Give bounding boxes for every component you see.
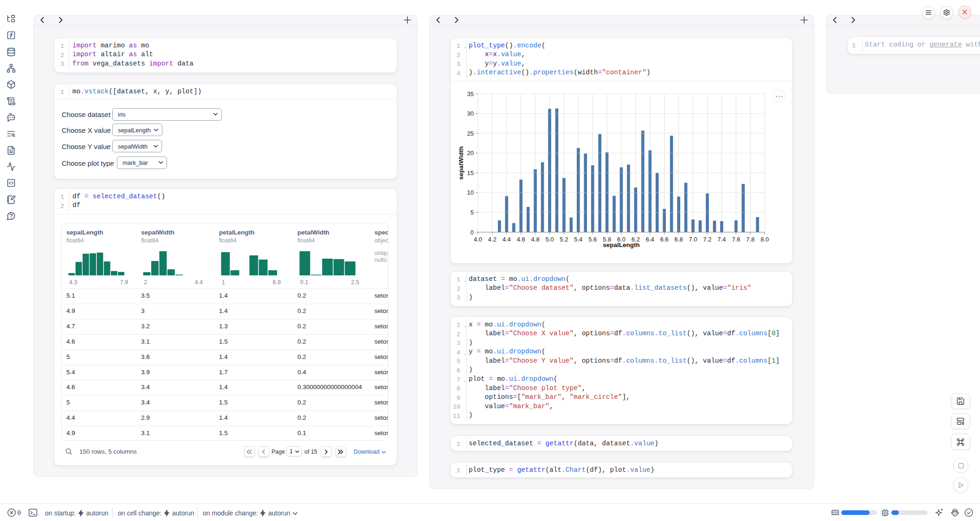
- svg-text:20: 20: [467, 150, 474, 156]
- svg-text:35: 35: [467, 91, 474, 98]
- svg-text:7.6: 7.6: [732, 236, 740, 243]
- svg-text:5.4: 5.4: [574, 236, 582, 243]
- svg-text:7.2: 7.2: [703, 236, 711, 243]
- svg-text:7.8: 7.8: [746, 236, 754, 243]
- svg-text:0: 0: [471, 229, 474, 236]
- svg-text:30: 30: [467, 110, 474, 117]
- svg-text:6.6: 6.6: [660, 236, 669, 243]
- svg-text:25: 25: [467, 130, 474, 137]
- svg-text:7.0: 7.0: [689, 236, 697, 243]
- svg-text:6.8: 6.8: [675, 236, 683, 243]
- svg-text:15: 15: [467, 169, 474, 176]
- svg-text:4.0: 4.0: [474, 236, 482, 243]
- svg-text:10: 10: [467, 189, 474, 196]
- svg-text:5.2: 5.2: [560, 236, 568, 243]
- svg-text:4.8: 4.8: [531, 236, 540, 243]
- svg-text:sepalLength: sepalLength: [603, 241, 640, 248]
- svg-text:7.4: 7.4: [717, 236, 726, 243]
- svg-text:5.0: 5.0: [545, 236, 554, 243]
- svg-text:4.4: 4.4: [503, 236, 511, 243]
- svg-text:5: 5: [471, 209, 474, 216]
- svg-text:8.0: 8.0: [761, 236, 769, 243]
- svg-text:6.4: 6.4: [646, 236, 654, 243]
- svg-text:sepalWidth: sepalWidth: [458, 146, 464, 180]
- svg-text:4.2: 4.2: [488, 236, 496, 243]
- svg-text:5.6: 5.6: [588, 236, 597, 243]
- svg-text:4.6: 4.6: [517, 236, 525, 243]
